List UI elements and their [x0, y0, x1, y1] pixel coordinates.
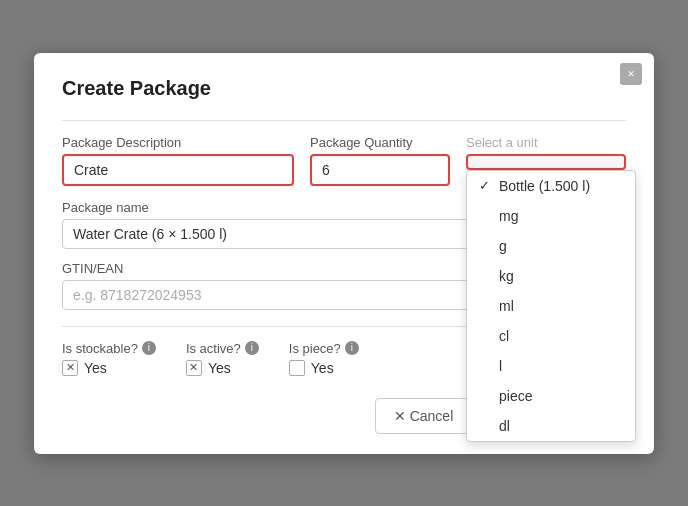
dropdown-item-label: Bottle (1.500 l): [499, 178, 590, 194]
dropdown-item-cl[interactable]: cl: [467, 321, 635, 351]
is-stockable-group: Is stockable? i ✕ Yes: [62, 341, 156, 376]
dropdown-item-bottle[interactable]: ✓ Bottle (1.500 l): [467, 171, 635, 201]
is-active-value: Yes: [208, 360, 231, 376]
select-unit-label: Select a unit: [466, 135, 626, 150]
dropdown-item-piece[interactable]: piece: [467, 381, 635, 411]
package-quantity-group: Package Quantity: [310, 135, 450, 186]
package-description-group: Package Description: [62, 135, 294, 186]
dropdown-item-mg[interactable]: mg: [467, 201, 635, 231]
dropdown-item-label: mg: [499, 208, 518, 224]
unit-select-group: Select a unit ✓ Bottle (1.500 l) mg g: [466, 135, 626, 170]
dropdown-item-label: piece: [499, 388, 532, 404]
is-piece-info-icon[interactable]: i: [345, 341, 359, 355]
unit-dropdown: ✓ Bottle (1.500 l) mg g kg: [466, 170, 636, 442]
is-piece-group: Is piece? i Yes: [289, 341, 359, 376]
dropdown-item-label: l: [499, 358, 502, 374]
checkmark-icon: ✓: [479, 178, 493, 193]
dropdown-item-ml[interactable]: ml: [467, 291, 635, 321]
dropdown-item-label: dl: [499, 418, 510, 434]
dropdown-item-kg[interactable]: kg: [467, 261, 635, 291]
is-stockable-checkbox[interactable]: ✕: [62, 360, 78, 376]
package-quantity-input[interactable]: [310, 154, 450, 186]
package-description-input[interactable]: [62, 154, 294, 186]
main-fields-row: Package Description Package Quantity Sel…: [62, 135, 626, 186]
dropdown-item-g[interactable]: g: [467, 231, 635, 261]
dropdown-item-dl[interactable]: dl: [467, 411, 635, 441]
is-piece-label: Is piece?: [289, 341, 341, 356]
modal-title: Create Package: [62, 77, 626, 100]
package-quantity-label: Package Quantity: [310, 135, 450, 150]
dropdown-item-label: g: [499, 238, 507, 254]
dropdown-item-label: kg: [499, 268, 514, 284]
is-active-info-icon[interactable]: i: [245, 341, 259, 355]
is-stockable-label: Is stockable?: [62, 341, 138, 356]
is-piece-value: Yes: [311, 360, 334, 376]
is-piece-checkbox[interactable]: [289, 360, 305, 376]
is-active-group: Is active? i ✕ Yes: [186, 341, 259, 376]
divider-top: [62, 120, 626, 121]
close-button[interactable]: ×: [620, 63, 642, 85]
is-active-checkbox[interactable]: ✕: [186, 360, 202, 376]
create-package-modal: × Create Package Package Description Pac…: [34, 53, 654, 454]
dropdown-item-label: cl: [499, 328, 509, 344]
unit-select-trigger[interactable]: [466, 154, 626, 170]
is-stockable-value: Yes: [84, 360, 107, 376]
dropdown-item-l[interactable]: l: [467, 351, 635, 381]
cancel-button[interactable]: ✕ Cancel: [375, 398, 472, 434]
is-stockable-info-icon[interactable]: i: [142, 341, 156, 355]
is-active-label: Is active?: [186, 341, 241, 356]
dropdown-item-label: ml: [499, 298, 514, 314]
package-description-label: Package Description: [62, 135, 294, 150]
